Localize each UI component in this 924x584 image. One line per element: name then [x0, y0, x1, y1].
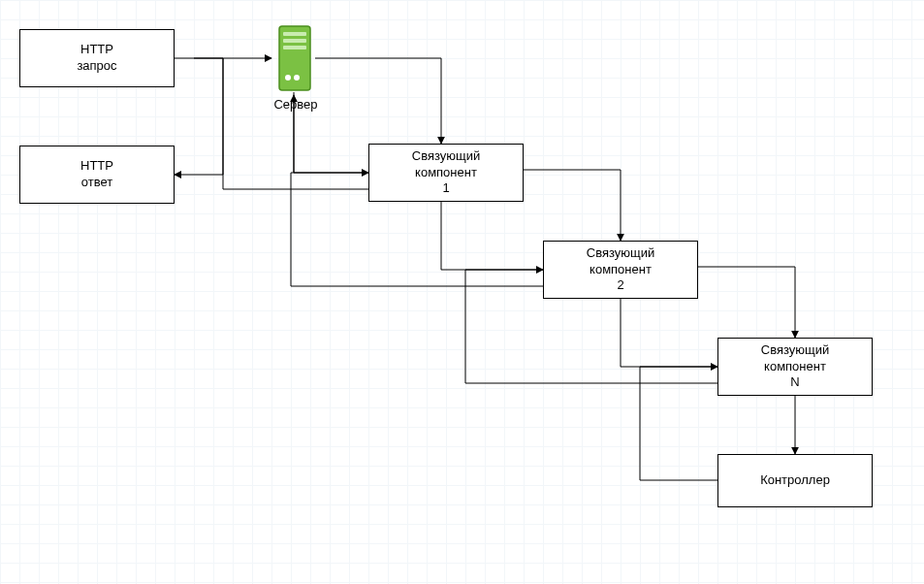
node-label: СвязующийкомпонентN [761, 342, 829, 392]
node-http-response: HTTPответ [19, 146, 175, 204]
node-label: HTTPзапрос [77, 42, 116, 75]
node-label: HTTPответ [80, 158, 113, 191]
node-label: Связующийкомпонент2 [587, 245, 654, 295]
server-label: Сервер [267, 97, 325, 112]
svg-rect-3 [283, 46, 306, 49]
svg-point-4 [285, 75, 291, 81]
node-label: Связующийкомпонент1 [412, 148, 480, 198]
svg-rect-2 [283, 39, 306, 43]
node-http-request: HTTPзапрос [19, 29, 175, 87]
node-controller: Контроллер [717, 454, 873, 507]
node-middleware-n: СвязующийкомпонентN [717, 338, 873, 396]
architecture-diagram: HTTPзапрос HTTPответ Сервер Связующийком… [0, 0, 924, 584]
svg-rect-1 [283, 32, 306, 36]
server-icon [273, 24, 316, 92]
svg-point-5 [294, 75, 300, 81]
node-middleware-1: Связующийкомпонент1 [368, 144, 524, 202]
label-text: Сервер [273, 97, 317, 112]
node-label: Контроллер [760, 472, 830, 489]
node-middleware-2: Связующийкомпонент2 [543, 241, 698, 299]
